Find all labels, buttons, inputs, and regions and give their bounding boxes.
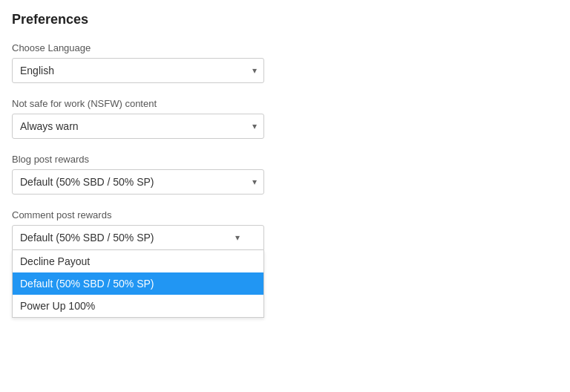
language-select-wrapper: English Spanish French German ▾	[12, 58, 264, 83]
blog-rewards-select-wrapper: Default (50% SBD / 50% SP) Decline Payou…	[12, 169, 264, 195]
nsfw-select-wrapper: Always warn Allow Hide ▾	[12, 114, 264, 139]
comment-rewards-dropdown-list: Decline Payout Default (50% SBD / 50% SP…	[12, 250, 264, 318]
comment-rewards-field-group: Comment post rewards Default (50% SBD / …	[12, 209, 558, 250]
comment-rewards-dropdown-wrapper: Default (50% SBD / 50% SP) ▾ Decline Pay…	[12, 225, 264, 250]
page-title: Preferences	[12, 12, 558, 27]
nsfw-field-group: Not safe for work (NSFW) content Always …	[12, 98, 558, 139]
comment-rewards-control[interactable]: Default (50% SBD / 50% SP) ▾	[12, 225, 264, 250]
blog-rewards-label: Blog post rewards	[12, 154, 558, 165]
comment-rewards-selected-value: Default (50% SBD / 50% SP)	[20, 232, 154, 244]
language-field-group: Choose Language English Spanish French G…	[12, 42, 558, 83]
comment-rewards-chevron-icon: ▾	[235, 232, 240, 243]
nsfw-label: Not safe for work (NSFW) content	[12, 98, 558, 109]
comment-rewards-option-decline[interactable]: Decline Payout	[13, 250, 263, 272]
language-select[interactable]: English Spanish French German	[12, 58, 264, 83]
blog-rewards-select[interactable]: Default (50% SBD / 50% SP) Decline Payou…	[12, 169, 264, 195]
blog-rewards-field-group: Blog post rewards Default (50% SBD / 50%…	[12, 154, 558, 195]
comment-rewards-option-powerup[interactable]: Power Up 100%	[13, 295, 263, 317]
comment-rewards-option-default[interactable]: Default (50% SBD / 50% SP)	[13, 272, 263, 295]
language-label: Choose Language	[12, 42, 558, 53]
comment-rewards-label: Comment post rewards	[12, 209, 558, 220]
nsfw-select[interactable]: Always warn Allow Hide	[12, 114, 264, 139]
